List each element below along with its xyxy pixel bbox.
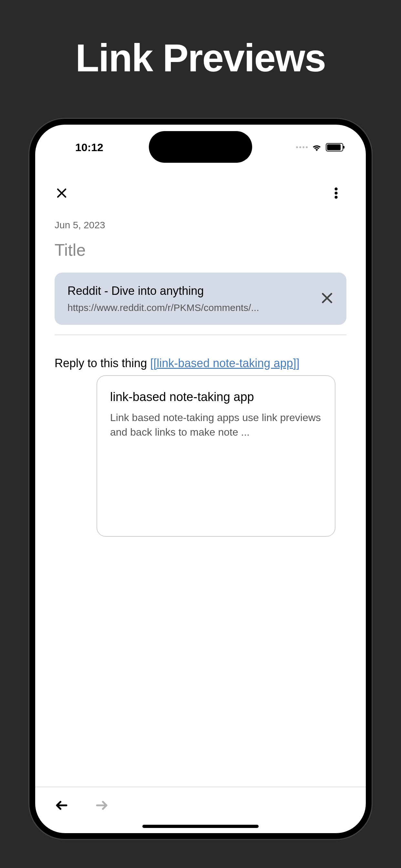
link-preview-remove-button[interactable] (320, 291, 334, 306)
link-preview-url: https://www.reddit.com/r/PKMS/comments/.… (67, 302, 311, 313)
arrow-left-icon (55, 798, 69, 812)
note-content: Jun 5, 2023 Title Reddit - Dive into any… (35, 210, 366, 786)
title-input[interactable]: Title (55, 240, 346, 259)
note-date: Jun 5, 2023 (55, 220, 346, 230)
note-body-text: Reply to this thing (55, 356, 150, 370)
link-preview-content: Reddit - Dive into anything https://www.… (67, 284, 311, 313)
wiki-link[interactable]: [[link-based note-taking app]] (150, 356, 299, 370)
link-preview-card[interactable]: Reddit - Dive into anything https://www.… (55, 273, 346, 325)
top-bar (35, 176, 366, 210)
more-vertical-icon (329, 186, 343, 200)
popover-text: Link based note-taking apps use link pre… (110, 410, 322, 439)
dynamic-island (149, 131, 252, 163)
phone-frame: 10:12 (29, 119, 372, 839)
svg-point-0 (335, 188, 337, 190)
phone-screen: 10:12 (35, 125, 366, 833)
divider (55, 335, 346, 335)
close-icon (320, 291, 334, 305)
battery-icon (326, 143, 343, 151)
cellular-icon (296, 146, 308, 148)
arrow-right-icon (95, 798, 109, 812)
wifi-icon (312, 144, 322, 151)
feature-title: Link Previews (75, 35, 326, 80)
more-button[interactable] (329, 186, 343, 200)
close-button[interactable] (55, 186, 69, 200)
link-preview-title: Reddit - Dive into anything (67, 284, 311, 298)
back-button[interactable] (55, 798, 69, 814)
svg-point-2 (335, 196, 337, 198)
svg-point-1 (335, 191, 337, 194)
forward-button[interactable] (95, 798, 109, 814)
status-icons (296, 143, 343, 151)
note-body[interactable]: Reply to this thing [[link-based note-ta… (55, 354, 346, 372)
close-icon (56, 187, 67, 199)
popover-title: link-based note-taking app (110, 390, 322, 404)
home-indicator[interactable] (143, 825, 258, 828)
link-preview-popover[interactable]: link-based note-taking app Link based no… (96, 375, 335, 537)
status-time: 10:12 (75, 141, 103, 154)
